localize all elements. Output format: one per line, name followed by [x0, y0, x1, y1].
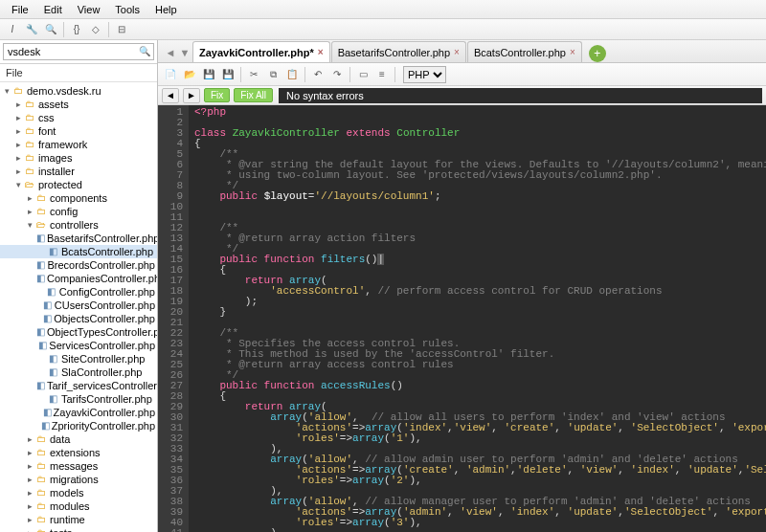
- tree-item[interactable]: ▸🗀migrations: [0, 473, 157, 486]
- editor-tab[interactable]: ZayavkiController.php*×: [192, 41, 330, 62]
- italic-icon[interactable]: I: [4, 21, 21, 38]
- tree-item[interactable]: ◧ObjectTypesController.php: [0, 325, 157, 339]
- folder-icon: 🗀: [34, 447, 48, 458]
- tree-item[interactable]: ▸🗀models: [0, 486, 157, 499]
- twist-icon[interactable]: ▸: [25, 526, 34, 532]
- tree-item[interactable]: ◧CUsersController.php: [0, 299, 157, 312]
- tree-item[interactable]: ◧BasetarifsController.php: [0, 232, 157, 245]
- twist-icon[interactable]: ▸: [13, 165, 23, 178]
- undo-icon[interactable]: ↶: [309, 66, 327, 83]
- separator: [108, 22, 109, 37]
- file-tree[interactable]: ▾🗀demo.vsdesk.ru▸🗀assets▸🗀css▸🗀font▸🗀fra…: [0, 82, 157, 532]
- tab-scroll-left-icon[interactable]: ◄: [164, 43, 177, 62]
- tree-item[interactable]: ▸🗀tests: [0, 526, 157, 532]
- tree-item[interactable]: ◧SiteController.php: [0, 352, 157, 366]
- tree-item[interactable]: ◧ObjectsController.php: [0, 312, 157, 325]
- tree-item[interactable]: ▸🗀config: [0, 205, 157, 218]
- window-icon[interactable]: ▭: [354, 66, 372, 83]
- cut-icon[interactable]: ✂: [245, 66, 262, 83]
- tree-item[interactable]: ◧ServicesController.php: [0, 339, 157, 352]
- wrench-icon[interactable]: 🔧: [23, 21, 40, 38]
- twist-icon[interactable]: ▸: [13, 98, 23, 111]
- close-icon[interactable]: ×: [454, 47, 460, 57]
- search-icon[interactable]: 🔍: [139, 46, 150, 56]
- tree-label: config: [50, 205, 78, 218]
- editor-tab[interactable]: BasetarifsController.php×: [331, 41, 466, 62]
- tree-item[interactable]: ◧CompaniesController.php: [0, 272, 157, 285]
- zoom-icon[interactable]: 🔍: [42, 21, 59, 38]
- twist-icon[interactable]: ▸: [25, 499, 34, 513]
- next-error-icon[interactable]: ►: [183, 88, 200, 103]
- tree-item[interactable]: ▸🗀runtime: [0, 513, 157, 526]
- editor-tab[interactable]: BcatsController.php×: [467, 41, 582, 62]
- twist-icon[interactable]: ▸: [13, 124, 23, 138]
- tree-item[interactable]: ◧SlaController.php: [0, 366, 157, 379]
- tree-item[interactable]: ◧ZayavkiController.php: [0, 406, 157, 419]
- language-select[interactable]: PHP: [403, 66, 446, 83]
- open-icon[interactable]: 📂: [181, 66, 198, 83]
- twist-icon[interactable]: ▾: [13, 178, 23, 191]
- menu-tools[interactable]: Tools: [107, 2, 147, 17]
- fix-all-button[interactable]: Fix All: [234, 88, 273, 102]
- twist-icon[interactable]: ▸: [13, 151, 23, 165]
- twist-icon[interactable]: ▸: [25, 191, 34, 205]
- bracket-icon[interactable]: {}: [68, 21, 85, 38]
- close-icon[interactable]: ×: [318, 47, 324, 57]
- twist-icon[interactable]: ▸: [25, 446, 34, 459]
- code-content[interactable]: <?phpclass ZayavkiController extends Con…: [189, 105, 766, 532]
- fix-button[interactable]: Fix: [204, 88, 230, 102]
- save-all-icon[interactable]: 💾: [219, 66, 237, 83]
- tree-item[interactable]: ▸🗀extensions: [0, 446, 157, 459]
- code-editor[interactable]: 1234567891011121314151617181920212223242…: [158, 105, 766, 532]
- new-file-icon[interactable]: 📄: [162, 66, 179, 83]
- twist-icon[interactable]: ▾: [25, 218, 34, 232]
- twist-icon[interactable]: ▸: [25, 473, 34, 486]
- tree-item[interactable]: ▸🗀components: [0, 191, 157, 205]
- tree-item[interactable]: ▾🗁protected: [0, 178, 157, 191]
- twist-icon[interactable]: ▾: [2, 84, 11, 98]
- paste-icon[interactable]: 📋: [283, 66, 301, 83]
- twist-icon[interactable]: ▸: [25, 513, 34, 526]
- tree-item[interactable]: ▸🗀data: [0, 432, 157, 446]
- tree-item[interactable]: ▸🗀modules: [0, 499, 157, 513]
- twist-icon[interactable]: ▸: [13, 111, 23, 124]
- menu-file[interactable]: File: [4, 2, 36, 17]
- copy-icon[interactable]: ⧉: [264, 66, 282, 83]
- close-icon[interactable]: ×: [570, 47, 575, 57]
- tree-item[interactable]: ◧BrecordsController.php: [0, 258, 157, 272]
- twist-icon[interactable]: ▸: [25, 459, 34, 473]
- twist-icon[interactable]: ▸: [25, 432, 34, 446]
- folder-icon: 🗀: [34, 500, 48, 512]
- tree-item[interactable]: ◧ConfigController.php: [0, 285, 157, 299]
- tree-item[interactable]: ▸🗀installer: [0, 165, 157, 178]
- tree-item[interactable]: ◧TarifsController.php: [0, 392, 157, 406]
- save-icon[interactable]: 💾: [200, 66, 217, 83]
- twist-icon[interactable]: ▸: [13, 138, 23, 151]
- ruler-icon[interactable]: ⊟: [113, 21, 130, 38]
- prev-error-icon[interactable]: ◄: [162, 88, 179, 103]
- tree-item[interactable]: ▸🗀messages: [0, 459, 157, 473]
- menu-help[interactable]: Help: [147, 2, 185, 17]
- tree-item[interactable]: ▸🗀font: [0, 124, 157, 138]
- tab-menu-icon[interactable]: ▼: [178, 43, 192, 62]
- tree-item[interactable]: ▸🗀assets: [0, 98, 157, 111]
- list-icon[interactable]: ≡: [373, 66, 391, 83]
- twist-icon[interactable]: ▸: [25, 486, 34, 499]
- tree-item[interactable]: ▾🗀demo.vsdesk.ru: [0, 84, 157, 98]
- search-input[interactable]: [3, 43, 154, 60]
- tree-item[interactable]: ◧ZpriorityController.php: [0, 419, 157, 432]
- tree-item[interactable]: ▾🗁controllers: [0, 218, 157, 232]
- tree-item[interactable]: ▸🗀framework: [0, 138, 157, 151]
- redo-icon[interactable]: ↷: [328, 66, 346, 83]
- tree-item[interactable]: ▸🗀css: [0, 111, 157, 124]
- tree-label: images: [38, 151, 72, 165]
- tree-item[interactable]: ◧Tarif_servicesController.php: [0, 379, 157, 392]
- tree-item[interactable]: ▸🗀images: [0, 151, 157, 165]
- php-icon-icon: ◧: [41, 420, 50, 432]
- diamond-icon[interactable]: ◇: [87, 21, 104, 38]
- menu-view[interactable]: View: [70, 2, 108, 17]
- new-tab-button[interactable]: +: [589, 45, 606, 62]
- tree-item[interactable]: ◧BcatsController.php: [0, 245, 157, 258]
- twist-icon[interactable]: ▸: [25, 205, 34, 218]
- menu-edit[interactable]: Edit: [36, 2, 70, 17]
